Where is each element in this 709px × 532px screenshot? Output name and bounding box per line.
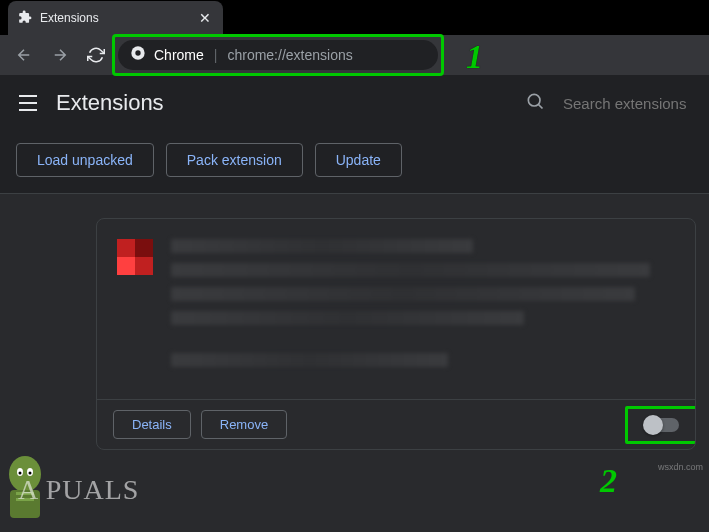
search-icon [525, 91, 545, 115]
extension-info-redacted [171, 239, 675, 379]
page-title: Extensions [56, 90, 164, 116]
back-button[interactable] [10, 41, 38, 69]
address-bar[interactable]: Chrome | chrome://extensions [118, 40, 438, 70]
page-header: Extensions [0, 75, 709, 131]
tab-strip: Extensions ✕ [0, 0, 709, 35]
watermark-brand: A PUALS [18, 474, 139, 506]
pack-extension-button[interactable]: Pack extension [166, 143, 303, 177]
omnibox-separator: | [214, 47, 218, 63]
omnibox-url: chrome://extensions [227, 47, 352, 63]
load-unpacked-button[interactable]: Load unpacked [16, 143, 154, 177]
dev-actions-row: Load unpacked Pack extension Update [0, 131, 709, 194]
enable-toggle-wrap [645, 418, 679, 432]
search-box[interactable] [525, 91, 693, 115]
tab-close-button[interactable]: ✕ [197, 10, 213, 26]
remove-button[interactable]: Remove [201, 410, 287, 439]
chrome-product-icon [130, 45, 146, 65]
extension-icon [117, 239, 153, 275]
extension-card-footer: Details Remove [97, 399, 695, 449]
enable-toggle[interactable] [645, 418, 679, 432]
annotation-callout-2: 2 [600, 462, 617, 500]
menu-icon[interactable] [16, 91, 40, 115]
update-button[interactable]: Update [315, 143, 402, 177]
reload-button[interactable] [82, 41, 110, 69]
svg-point-1 [135, 50, 140, 55]
toggle-knob [643, 415, 663, 435]
watermark-source: wsxdn.com [658, 462, 703, 472]
omnibox-scheme: Chrome [154, 47, 204, 63]
annotation-callout-1: 1 [466, 38, 483, 76]
extension-card: Details Remove [96, 218, 696, 450]
tab-title: Extensions [40, 11, 99, 25]
search-input[interactable] [563, 95, 693, 112]
forward-button[interactable] [46, 41, 74, 69]
svg-point-2 [528, 94, 540, 106]
browser-toolbar: Chrome | chrome://extensions [0, 35, 709, 75]
details-button[interactable]: Details [113, 410, 191, 439]
extension-puzzle-icon [18, 10, 32, 27]
browser-tab[interactable]: Extensions ✕ [8, 1, 223, 35]
